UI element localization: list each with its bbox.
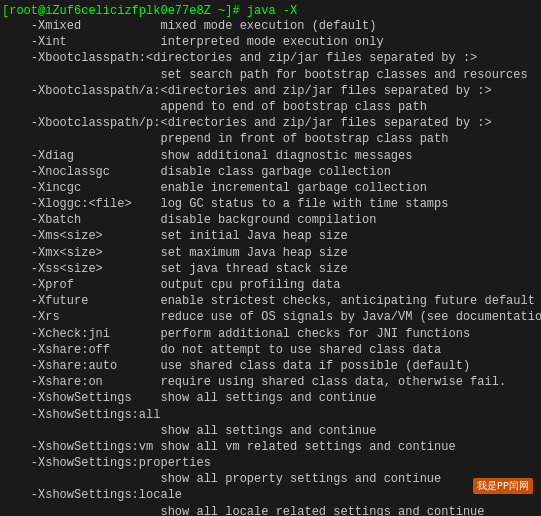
output-line: -Xincgc enable incremental garbage colle… xyxy=(2,180,539,196)
output-line: -Xshare:auto use shared class data if po… xyxy=(2,358,539,374)
output-line: -Xbatch disable background compilation xyxy=(2,212,539,228)
output-line: -Xbootclasspath/p:<directories and zip/j… xyxy=(2,115,539,131)
output-line: -Xnoclassgc disable class garbage collec… xyxy=(2,164,539,180)
output-line: -XshowSettings show all settings and con… xyxy=(2,390,539,406)
output-line: -XshowSettings:all xyxy=(2,407,539,423)
output-line: show all locale related settings and con… xyxy=(2,504,539,516)
output-line: -XshowSettings:vm show all vm related se… xyxy=(2,439,539,455)
watermark: 我是PP闰网 xyxy=(473,478,533,494)
prompt-line: [root@iZuf6celicizfplk0e77e8Z ~]# java -… xyxy=(2,4,539,18)
output-line: -Xss<size> set java thread stack size xyxy=(2,261,539,277)
output-line: set search path for bootstrap classes an… xyxy=(2,67,539,83)
output-line: -Xprof output cpu profiling data xyxy=(2,277,539,293)
output-line: -Xfuture enable strictest checks, antici… xyxy=(2,293,539,309)
output-line: -Xmixed mixed mode execution (default) xyxy=(2,18,539,34)
output-line: -Xbootclasspath:<directories and zip/jar… xyxy=(2,50,539,66)
terminal-window: [root@iZuf6celicizfplk0e77e8Z ~]# java -… xyxy=(0,0,541,516)
output-line: -Xshare:on require using shared class da… xyxy=(2,374,539,390)
output-line: append to end of bootstrap class path xyxy=(2,99,539,115)
output-line: -Xloggc:<file> log GC status to a file w… xyxy=(2,196,539,212)
output-line: -Xshare:off do not attempt to use shared… xyxy=(2,342,539,358)
output-lines: -Xmixed mixed mode execution (default) -… xyxy=(2,18,539,516)
output-line: prepend in front of bootstrap class path xyxy=(2,131,539,147)
output-line: -XshowSettings:properties xyxy=(2,455,539,471)
output-line: show all settings and continue xyxy=(2,423,539,439)
output-line: -Xrs reduce use of OS signals by Java/VM… xyxy=(2,309,539,325)
output-line: -Xbootclasspath/a:<directories and zip/j… xyxy=(2,83,539,99)
output-line: -Xdiag show additional diagnostic messag… xyxy=(2,148,539,164)
output-line: show all property settings and continue xyxy=(2,471,539,487)
output-line: -Xint interpreted mode execution only xyxy=(2,34,539,50)
output-line: -Xcheck:jni perform additional checks fo… xyxy=(2,326,539,342)
output-line: -Xmx<size> set maximum Java heap size xyxy=(2,245,539,261)
output-line: -XshowSettings:locale xyxy=(2,487,539,503)
output-line: -Xms<size> set initial Java heap size xyxy=(2,228,539,244)
